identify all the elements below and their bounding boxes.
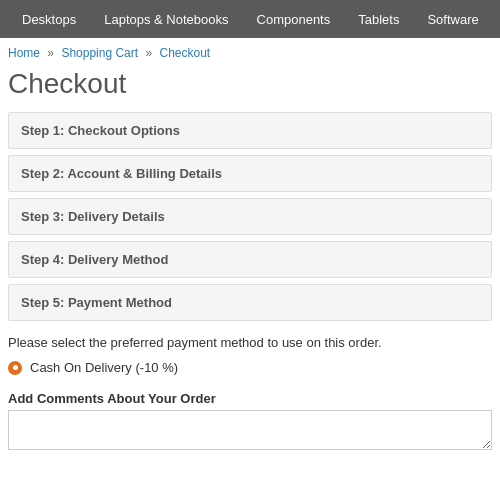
step-1[interactable]: Step 1: Checkout Options (8, 112, 492, 149)
nav-more[interactable]: P... (493, 0, 500, 38)
nav-laptops[interactable]: Laptops & Notebooks (90, 0, 242, 38)
nav-desktops[interactable]: Desktops (8, 0, 90, 38)
nav-tablets[interactable]: Tablets (344, 0, 413, 38)
radio-inner (13, 365, 18, 370)
payment-instruction: Please select the preferred payment meth… (0, 327, 500, 356)
step-1-label: Step 1: Checkout Options (21, 123, 180, 138)
step-5[interactable]: Step 5: Payment Method (8, 284, 492, 321)
breadcrumb-cart[interactable]: Shopping Cart (61, 46, 138, 60)
breadcrumb: Home » Shopping Cart » Checkout (0, 38, 500, 64)
nav-software[interactable]: Software (413, 0, 492, 38)
step-4[interactable]: Step 4: Delivery Method (8, 241, 492, 278)
comments-label: Add Comments About Your Order (8, 391, 492, 406)
radio-cash-delivery[interactable] (8, 361, 22, 375)
breadcrumb-home[interactable]: Home (8, 46, 40, 60)
page-title: Checkout (0, 64, 500, 112)
step-5-label: Step 5: Payment Method (21, 295, 172, 310)
step-2[interactable]: Step 2: Account & Billing Details (8, 155, 492, 192)
breadcrumb-sep1: » (47, 46, 54, 60)
step-3[interactable]: Step 3: Delivery Details (8, 198, 492, 235)
step-3-label: Step 3: Delivery Details (21, 209, 165, 224)
breadcrumb-sep2: » (145, 46, 152, 60)
comments-section: Add Comments About Your Order (0, 383, 500, 453)
step-4-label: Step 4: Delivery Method (21, 252, 168, 267)
nav-components[interactable]: Components (243, 0, 345, 38)
breadcrumb-current[interactable]: Checkout (159, 46, 210, 60)
step-2-label: Step 2: Account & Billing Details (21, 166, 222, 181)
main-nav: Desktops Laptops & Notebooks Components … (0, 0, 500, 38)
payment-option-label: Cash On Delivery (-10 %) (30, 360, 178, 375)
payment-option[interactable]: Cash On Delivery (-10 %) (0, 356, 500, 383)
comments-textarea[interactable] (8, 410, 492, 450)
